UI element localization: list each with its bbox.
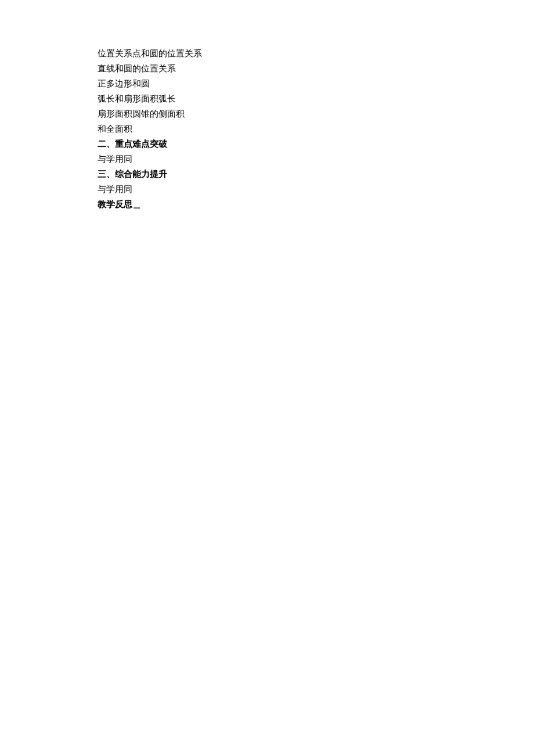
line-5: 扇形面积圆锥的侧面积	[98, 107, 436, 121]
page-content: 位置关系点和圆的位置关系 直线和圆的位置关系 正多边形和圆 弧长和扇形面积弧长 …	[0, 0, 534, 259]
line-7: 二、重点难点突破	[98, 137, 436, 151]
line-6: 和全面积	[98, 122, 436, 136]
line-4: 弧长和扇形面积弧长	[98, 92, 436, 106]
line-9: 三、综合能力提升	[98, 167, 436, 181]
line-1: 位置关系点和圆的位置关系	[98, 46, 436, 60]
line-2: 直线和圆的位置关系	[98, 62, 436, 75]
line-11: 教学反思＿	[98, 197, 436, 211]
line-3: 正多边形和圆	[98, 77, 436, 91]
line-8: 与学用同	[98, 152, 436, 166]
content-lines: 位置关系点和圆的位置关系 直线和圆的位置关系 正多边形和圆 弧长和扇形面积弧长 …	[98, 46, 436, 211]
line-10: 与学用同	[98, 182, 436, 196]
